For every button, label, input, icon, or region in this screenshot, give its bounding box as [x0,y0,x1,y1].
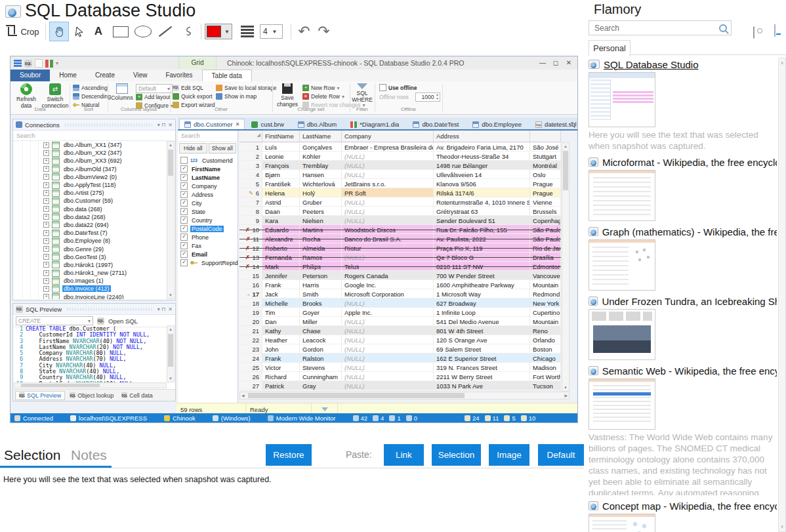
line-icon [159,26,172,37]
cell-lastname: Gruber [300,197,342,207]
tree-item-label: dbo.AlbumView2 (0) [62,174,118,180]
entry-thumbnail[interactable] [589,239,655,291]
ribbon-tab-bar: SouborHomeCreateViewFavoritesTable data [10,70,577,82]
crop-icon [8,27,17,36]
tree-item-label: dbo.DateTest (7) [62,230,109,236]
rectangle-tool-button[interactable] [111,22,131,41]
entry-title[interactable]: Graph (mathematics) - Wikipedia, the fre… [602,226,777,237]
drag-texture [67,308,152,311]
table-row: 22 Heather Leacock (NULL) 120 S Orange A… [239,335,561,344]
text-tool-button[interactable]: A [89,22,108,41]
panel-title: Flamory [594,2,641,17]
size-select[interactable]: 4 ▼ [260,24,283,39]
tab-notes[interactable]: Notes [71,447,107,463]
count-item: 4 [373,415,384,422]
tree-item: + dbo.data2 (268) [13,213,167,221]
cell-firstname: Bjørn [262,170,300,179]
redo-button[interactable]: ↷ [314,22,334,41]
entry-title[interactable]: Concept map - Wikipedia, the free encycl… [602,501,777,512]
row-header: 22 [239,335,262,344]
field-list: CustomerId FirstName LastName [178,155,238,267]
select-tool-button[interactable] [69,22,89,41]
line-tool-button[interactable] [155,22,175,41]
cell-address: Theodor-Heuss-Straße 34 [434,152,530,161]
color-picker[interactable]: ▼ [205,24,232,39]
pan-tool-button[interactable] [49,22,69,41]
paste-default-button[interactable]: Default [538,444,584,466]
snapshot-canvas[interactable]: ▾ Grid Chinook: localhost\SQLEXPRESS-chi… [10,56,578,423]
tab-selection[interactable]: Selection [4,447,60,463]
row-number: 10 [252,226,259,234]
snapshot-entry[interactable]: SQL Database Studio Here you will see th… [589,58,777,152]
camera-button[interactable] [753,26,755,39]
sql-preview-panel: SQL Preview ▾ ⊓ ✕ CREATE▾ Open SQL 1 CRE… [12,303,176,401]
snapshot-entry[interactable]: Concept map - Wikipedia, the free encycl… [589,499,777,532]
ellipse-tool-button[interactable] [133,22,153,41]
entry-thumbnail[interactable] [589,72,655,127]
entry-thumbnail[interactable] [589,379,655,430]
cell-lastname: Chase [300,326,342,335]
group-caption: Other [170,106,272,112]
field-checkbox [180,157,188,164]
field-label: SupportRepId [200,260,239,266]
snapshot-entry[interactable]: Semantic Web - Wikipedia, the free encyc… [589,364,777,495]
note-page-button[interactable] [774,24,776,37]
table-row: 1 Luís Gonçalves Embraer - Empresa Brasi… [239,142,561,152]
cell-company: Google Inc. [342,280,434,289]
cell-city: Brussels [530,207,561,216]
freehand-tool-button[interactable] [178,22,197,41]
cell-firstname: Luís [262,142,300,152]
list-scrollbar[interactable]: ∧ ∨ [778,58,786,532]
tree-item-label: dbo.Album_XX1 (347) [62,142,123,148]
cell-address: Klanova 9/506 [434,179,530,188]
crop-label: Crop [20,27,39,37]
row-header: 19 [239,308,262,317]
scroll-thumb [168,334,173,367]
count-value: 11 [493,415,499,422]
crop-button[interactable]: Crop [5,22,42,41]
entry-title[interactable]: Semantic Web - Wikipedia, the free encyc… [602,365,777,377]
count-item: 5 [504,415,515,422]
count-icon [465,415,470,421]
cell-city: Reno [530,326,561,335]
toolbar-separator [291,24,291,39]
entry-thumbnail[interactable] [589,170,655,221]
cell-firstname: Patrick [262,381,300,390]
search-input[interactable] [593,23,719,33]
entry-thumbnail[interactable] [589,309,655,360]
field-checkbox [180,225,188,232]
panel-tab-label: SQL Preview [27,392,61,399]
qat-icons: ▾ [14,59,58,68]
scroll-down-icon: ▼ [562,386,569,390]
search-box[interactable] [589,20,732,35]
snapshot-entry[interactable]: Graph (mathematics) - Wikipedia, the fre… [589,225,777,291]
entry-thumbnail[interactable] [589,514,655,532]
entry-title[interactable]: SQL Database Studio [604,59,699,70]
thickness-button[interactable] [238,22,257,41]
floppy-icon [282,83,293,94]
cell-company: Telus [342,262,434,271]
table-icon [52,173,60,180]
count-item: 11 [485,415,499,422]
entry-title[interactable]: Microformat - Wikipedia, the free encycl… [602,157,777,168]
row-state-icon [245,235,251,243]
entry-title[interactable]: Under Frozen Tundra, an Icebreaking Ship… [602,296,777,307]
tree-item: + dbo.InvoiceLine (2240) [13,293,167,299]
snapshot-entry[interactable]: Under Frozen Tundra, an Icebreaking Ship… [589,295,777,360]
cell-lastname: Almeida [300,243,342,253]
tab-personal[interactable]: Personal [589,40,631,56]
restore-button[interactable]: Restore [266,444,312,466]
cell-city: Tucson [530,381,561,390]
field-label: Phone [190,234,210,241]
expand-icon: + [43,158,49,164]
diagram-icon [45,60,53,68]
paste-selection-button[interactable]: Selection [432,444,481,466]
row-header: 10 [239,225,262,234]
cell-firstname: François [262,161,300,170]
sort-desc-icon [73,93,79,100]
snapshot-entry[interactable]: Microformat - Wikipedia, the free encycl… [589,155,777,221]
paste-image-button[interactable]: Image [489,444,529,466]
table-icon [52,205,60,213]
paste-link-button[interactable]: Link [384,444,424,466]
undo-button[interactable]: ↶ [295,22,314,41]
